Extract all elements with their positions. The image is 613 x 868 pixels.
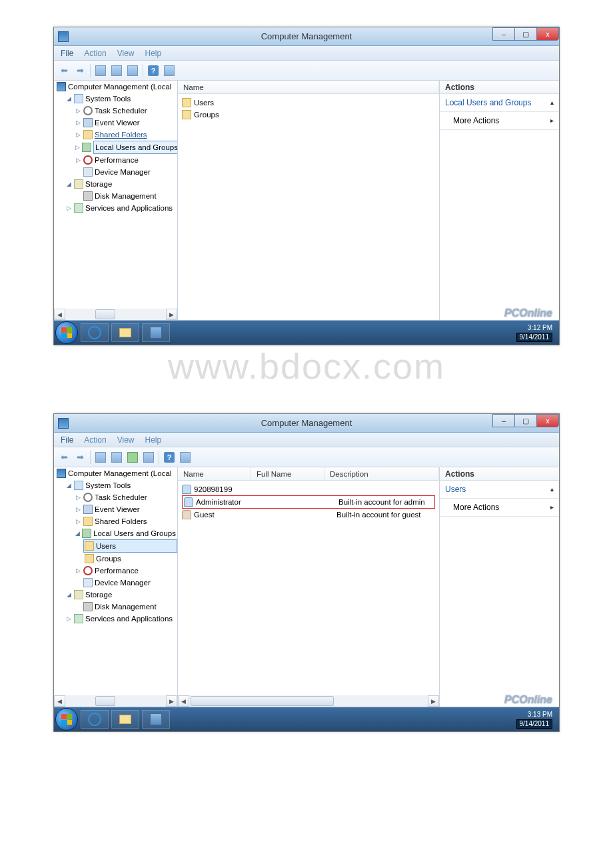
expander-icon[interactable]: ▷ [75, 141, 80, 153]
expander-icon[interactable]: ▷ [75, 117, 81, 129]
expander-icon[interactable]: ▷ [75, 491, 81, 503]
tree-performance[interactable]: ▷Performance [74, 565, 177, 577]
tree-task-scheduler[interactable]: ▷Task Scheduler [74, 491, 177, 503]
toolbar-button-1[interactable] [93, 450, 108, 465]
list-scrollbar[interactable]: ◀ ▶ [178, 695, 439, 707]
tree-root[interactable]: Computer Management (Local ◢System Tools… [55, 81, 177, 214]
tree-local-users-groups[interactable]: ◢Local Users and Groups Users Groups [74, 527, 177, 565]
scroll-track[interactable] [65, 309, 166, 320]
title-bar[interactable]: Computer Management – ▢ x [54, 414, 559, 433]
taskbar-explorer[interactable] [111, 323, 139, 342]
list-item[interactable]: 920898199 [182, 483, 435, 495]
minimize-button[interactable]: – [492, 414, 515, 427]
tree-storage[interactable]: ◢Storage Disk Management [65, 589, 177, 613]
back-button[interactable]: ⬅ [57, 63, 71, 78]
toolbar-button-2[interactable] [109, 63, 124, 78]
tree-system-tools[interactable]: ◢System Tools ▷Task Scheduler ▷Event Vie… [65, 479, 177, 589]
tree-services-apps[interactable]: ▷Services and Applications [65, 613, 177, 625]
scroll-track[interactable] [65, 695, 166, 707]
menu-view[interactable]: View [112, 435, 140, 445]
col-name[interactable]: Name [178, 81, 439, 94]
system-tray[interactable]: 3:13 PM 9/14/2011 [512, 709, 557, 730]
expander-icon[interactable]: ▷ [75, 154, 81, 166]
forward-button[interactable]: ➡ [73, 450, 87, 465]
scroll-thumb[interactable] [95, 309, 115, 319]
minimize-button[interactable]: – [492, 27, 515, 41]
toolbar-button-1[interactable] [93, 63, 108, 78]
taskbar-mmc[interactable] [142, 710, 170, 729]
list-header[interactable]: Name [178, 81, 439, 94]
tree-performance[interactable]: ▷Performance [74, 154, 177, 166]
scroll-left-button[interactable]: ◀ [54, 695, 65, 707]
tree-event-viewer[interactable]: ▷Event Viewer [74, 117, 177, 129]
scroll-right-button[interactable]: ▶ [166, 695, 177, 707]
tree-root[interactable]: Computer Management (Local ◢System Tools… [55, 467, 177, 625]
menu-file[interactable]: File [55, 49, 79, 58]
toolbar-button-3[interactable] [141, 450, 156, 465]
list-item[interactable]: Guest Built-in account for guest [182, 509, 435, 521]
start-button[interactable] [55, 708, 78, 731]
tree-shared-folders[interactable]: ▷Shared Folders [74, 129, 177, 141]
scroll-right-button[interactable]: ▶ [428, 695, 439, 707]
expander-icon[interactable]: ▷ [75, 105, 81, 117]
scroll-left-button[interactable]: ◀ [54, 309, 65, 320]
taskbar-mmc[interactable] [142, 323, 170, 342]
help-button[interactable]: ? [162, 450, 177, 465]
system-tray[interactable]: 3:12 PM 9/14/2011 [512, 323, 557, 343]
expander-icon[interactable]: ▷ [75, 515, 81, 527]
taskbar-ie[interactable] [81, 710, 109, 729]
back-button[interactable]: ⬅ [57, 450, 71, 465]
menu-action[interactable]: Action [79, 435, 111, 445]
toolbar-button-3[interactable] [125, 63, 140, 78]
tree-shared-folders[interactable]: ▷Shared Folders [74, 515, 177, 527]
actions-section[interactable]: Local Users and Groups▴ [440, 94, 559, 112]
maximize-button[interactable]: ▢ [514, 414, 537, 427]
tree-services-apps[interactable]: ▷Services and Applications [65, 202, 177, 214]
expander-icon[interactable]: ◢ [66, 178, 72, 190]
tree-event-viewer[interactable]: ▷Event Viewer [74, 503, 177, 515]
tree-task-scheduler[interactable]: ▷Task Scheduler [74, 105, 177, 117]
start-button[interactable] [55, 321, 78, 344]
col-description[interactable]: Description [324, 467, 439, 481]
expander-icon[interactable]: ▷ [66, 613, 72, 625]
tree-disk-management[interactable]: Disk Management [74, 190, 177, 202]
expander-icon[interactable]: ◢ [66, 93, 72, 105]
tree-users[interactable]: Users [83, 539, 177, 553]
close-button[interactable]: x [536, 414, 559, 427]
list-item[interactable]: Groups [182, 109, 435, 121]
scroll-thumb[interactable] [95, 696, 115, 706]
help-button[interactable]: ? [146, 63, 161, 78]
taskbar-ie[interactable] [81, 323, 109, 342]
expander-icon[interactable]: ◢ [75, 527, 80, 539]
col-fullname[interactable]: Full Name [251, 467, 324, 481]
actions-section[interactable]: Users▴ [440, 481, 559, 499]
toolbar-button-2[interactable] [109, 450, 124, 465]
scroll-right-button[interactable]: ▶ [166, 309, 177, 320]
menu-file[interactable]: File [55, 435, 79, 445]
list-item[interactable]: Users [182, 97, 435, 109]
expander-icon[interactable]: ▷ [75, 503, 81, 515]
menu-view[interactable]: View [112, 49, 140, 58]
col-name[interactable]: Name [178, 467, 251, 481]
tree-disk-management[interactable]: Disk Management [74, 601, 177, 613]
menu-action[interactable]: Action [79, 49, 111, 58]
tree-device-manager[interactable]: Device Manager [74, 577, 177, 589]
expander-icon[interactable]: ◢ [66, 479, 72, 491]
list-item[interactable]: Administrator Built-in account for admin [182, 495, 435, 509]
expander-icon[interactable]: ◢ [66, 589, 72, 601]
tree-scrollbar[interactable]: ◀ ▶ [54, 309, 177, 320]
toolbar-refresh[interactable] [125, 450, 140, 465]
menu-help[interactable]: Help [140, 435, 167, 445]
title-bar[interactable]: Computer Management – ▢ x [54, 27, 559, 46]
tree-system-tools[interactable]: ◢System Tools ▷Task Scheduler ▷Event Vie… [65, 93, 177, 178]
tree-storage[interactable]: ◢Storage Disk Management [65, 178, 177, 202]
scroll-left-button[interactable]: ◀ [178, 695, 189, 707]
scroll-track[interactable] [189, 695, 428, 707]
list-header[interactable]: Name Full Name Description [178, 467, 439, 481]
tree-groups[interactable]: Groups [83, 553, 177, 565]
maximize-button[interactable]: ▢ [514, 27, 537, 41]
forward-button[interactable]: ➡ [73, 63, 87, 78]
actions-more[interactable]: More Actions▸ [440, 499, 559, 517]
tree-local-users-groups[interactable]: ▷Local Users and Groups [74, 141, 177, 154]
expander-icon[interactable]: ▷ [75, 129, 81, 141]
